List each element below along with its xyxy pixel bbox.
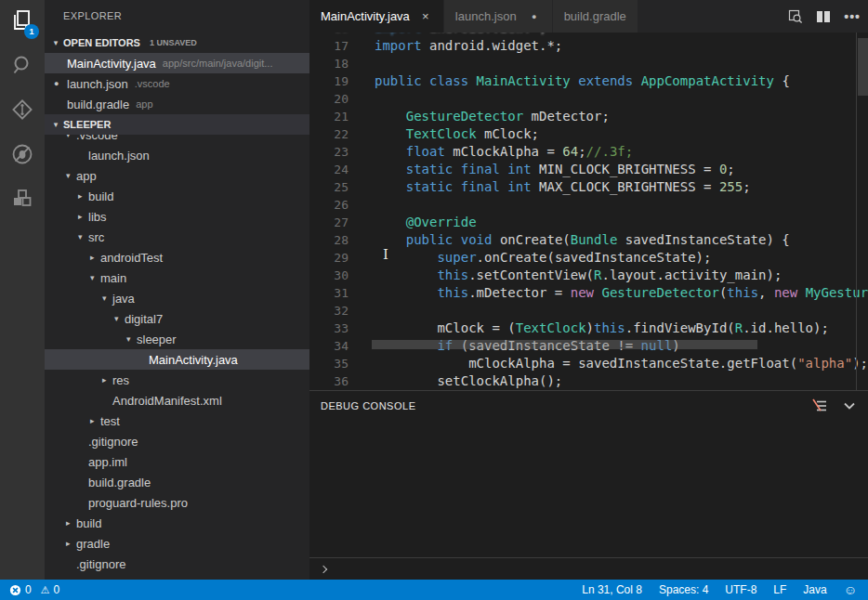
tree-item-sleeper[interactable]: ▾sleeper <box>45 329 309 349</box>
clear-console-icon[interactable] <box>812 398 827 413</box>
twistie-collapsed-icon[interactable]: ▸ <box>90 416 100 425</box>
feedback-smiley-icon[interactable]: ☺ <box>844 583 857 596</box>
activity-bar-item-search[interactable] <box>0 45 45 89</box>
tree-item-label: test <box>100 414 120 428</box>
tree-item-java[interactable]: ▾java <box>45 288 309 308</box>
activity-bar: 1 <box>0 0 45 580</box>
debug-console-input[interactable] <box>309 557 868 580</box>
activity-bar-item-debug[interactable] <box>0 134 45 178</box>
tree-item-androidTest[interactable]: ▸androidTest <box>45 247 309 267</box>
tree-item-build[interactable]: ▸build <box>45 513 309 533</box>
code-line-26[interactable]: 26 <box>309 196 868 214</box>
code-line-23[interactable]: 23 float mClockAlpha = 64;//.3f; <box>309 143 868 161</box>
code-line-16[interactable]: 16import android.view.*; <box>309 33 868 37</box>
open-editor-item[interactable]: MainActivity.javaapp/src/main/java/digit… <box>45 53 309 73</box>
tree-section-label: SLEEPER <box>63 119 111 130</box>
line-number: 17 <box>309 37 349 55</box>
vertical-scrollbar[interactable] <box>856 33 868 390</box>
status-item[interactable]: UTF-8 <box>725 583 756 596</box>
activity-bar-item-extensions[interactable] <box>0 178 45 223</box>
code-line-27[interactable]: 27 @Override <box>309 214 868 231</box>
twistie-expanded-icon[interactable]: ▾ <box>78 232 88 241</box>
horizontal-scrollbar-thumb[interactable] <box>372 340 757 349</box>
code-editor[interactable]: 16import android.view.*;17import android… <box>309 33 868 390</box>
open-preview-icon[interactable] <box>788 9 803 24</box>
code-line-35[interactable]: 35 mClockAlpha = savedInstanceState.getF… <box>309 355 868 372</box>
code-line-30[interactable]: 30 this.setContentView(R.layout.activity… <box>309 267 868 284</box>
open-editors-header[interactable]: ▾ OPEN EDITORS 1 UNSAVED <box>45 33 309 53</box>
code-line-33[interactable]: 33 mClock = (TextClock)this.findViewById… <box>309 320 868 337</box>
twistie-collapsed-icon[interactable]: ▸ <box>78 212 88 221</box>
code-line-31[interactable]: 31 this.mDetector = new GestureDetector(… <box>309 284 868 302</box>
twistie-collapsed-icon[interactable]: ▸ <box>102 375 112 385</box>
tree-item-test[interactable]: ▸test <box>45 411 309 431</box>
tab-MainActivity.java[interactable]: MainActivity.java× <box>309 0 444 33</box>
warning-count[interactable]: ⚠ 0 <box>41 583 60 596</box>
code-line-24[interactable]: 24 static final int MIN_CLOCK_BRIGHTNESS… <box>309 161 868 178</box>
twistie-expanded-icon[interactable]: ▾ <box>66 171 76 180</box>
status-problems[interactable]: 0 ⚠ 0 <box>0 583 59 596</box>
twistie-expanded-icon[interactable]: ▾ <box>126 334 137 344</box>
tab-launch.json[interactable]: launch.json● <box>444 0 553 33</box>
line-number: 22 <box>309 125 349 143</box>
code-line-32[interactable]: 32 <box>309 302 868 320</box>
code-text: mClock = (TextClock)this.findViewById(R.… <box>375 320 829 337</box>
tree-item-proguard-rules.pro[interactable]: proguard-rules.pro <box>45 492 309 513</box>
error-count[interactable]: 0 <box>9 583 32 596</box>
tree-item-build.gradle[interactable]: build.gradle <box>45 472 309 492</box>
vertical-scrollbar-thumb[interactable] <box>858 38 868 96</box>
tab-close-icon[interactable]: × <box>419 9 432 23</box>
twistie-expanded-icon[interactable]: ▾ <box>114 314 125 323</box>
tree-item-label: digital7 <box>125 312 163 326</box>
tree-item-digital7[interactable]: ▾digital7 <box>45 308 309 329</box>
chevron-expanded-icon: ▾ <box>48 38 63 47</box>
code-line-28[interactable]: 28 public void onCreate(Bundle savedInst… <box>309 231 868 249</box>
tree-item-gradle[interactable]: ▸gradle <box>45 533 309 554</box>
split-editor-icon[interactable] <box>816 9 831 24</box>
more-actions-icon[interactable]: ••• <box>844 9 861 24</box>
code-line-21[interactable]: 21 GestureDetector mDetector; <box>309 108 868 125</box>
code-line-17[interactable]: 17import android.widget.*; <box>309 37 868 55</box>
tree-item-main[interactable]: ▾main <box>45 267 309 288</box>
open-editor-description: app <box>136 98 152 110</box>
code-line-29[interactable]: 29 super.onCreate(savedInstanceState); <box>309 249 868 267</box>
tree-item-.gitignore[interactable]: .gitignore <box>45 554 309 574</box>
tree-item-src[interactable]: ▾src <box>45 227 309 247</box>
status-item[interactable]: LF <box>773 583 786 596</box>
tree-section-header[interactable]: ▾ SLEEPER <box>45 114 309 135</box>
tree-item-.vscode[interactable]: ▾.vscode <box>45 135 309 145</box>
twistie-collapsed-icon[interactable]: ▸ <box>66 539 76 548</box>
twistie-collapsed-icon[interactable]: ▸ <box>78 191 88 201</box>
open-editor-item[interactable]: ●launch.json.vscode <box>45 73 309 94</box>
tree-item-app[interactable]: ▾app <box>45 165 309 186</box>
twistie-expanded-icon[interactable]: ▾ <box>90 273 100 282</box>
activity-bar-item-source-control[interactable] <box>0 89 45 134</box>
status-item[interactable]: Java <box>803 583 826 596</box>
tab-build.gradle[interactable]: build.gradle <box>553 0 638 33</box>
status-item[interactable]: Ln 31, Col 8 <box>582 583 642 596</box>
chevron-down-icon[interactable] <box>842 398 857 413</box>
code-line-19[interactable]: 19public class MainActivity extends AppC… <box>309 72 868 90</box>
tree-item-res[interactable]: ▸res <box>45 370 309 390</box>
twistie-expanded-icon[interactable]: ▾ <box>66 135 76 139</box>
open-editor-item[interactable]: build.gradleapp <box>45 94 309 114</box>
code-line-22[interactable]: 22 TextClock mClock; <box>309 125 868 143</box>
code-line-18[interactable]: 18 <box>309 55 868 72</box>
code-line-36[interactable]: 36 setClockAlpha(); <box>309 372 868 390</box>
tree-item-libs[interactable]: ▸libs <box>45 206 309 227</box>
tree-item-AndroidManifest.xml[interactable]: AndroidManifest.xml <box>45 390 309 411</box>
code-line-25[interactable]: 25 static final int MAX_CLOCK_BRIGHTNESS… <box>309 178 868 196</box>
twistie-expanded-icon[interactable]: ▾ <box>102 293 112 303</box>
tab-modified-dot-icon[interactable]: ● <box>528 12 541 21</box>
twistie-collapsed-icon[interactable]: ▸ <box>90 253 100 262</box>
twistie-collapsed-icon[interactable]: ▸ <box>66 518 76 528</box>
tree-item-launch.json[interactable]: launch.json <box>45 145 309 165</box>
status-item[interactable]: Spaces: 4 <box>659 583 708 596</box>
activity-bar-item-explorer[interactable]: 1 <box>0 0 45 45</box>
code-line-20[interactable]: 20 <box>309 90 868 108</box>
tree-item-app.iml[interactable]: app.iml <box>45 451 309 472</box>
tree-item-MainActivity.java[interactable]: MainActivity.java <box>45 349 309 370</box>
tree-item-build[interactable]: ▸build <box>45 186 309 206</box>
tree-item-label: androidTest <box>100 251 163 265</box>
tree-item-.gitignore[interactable]: .gitignore <box>45 431 309 451</box>
